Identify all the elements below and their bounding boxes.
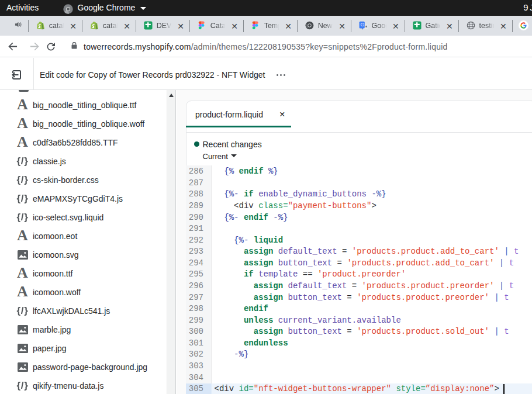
svg-text:G: G — [360, 22, 364, 27]
svg-text:✶: ✶ — [364, 25, 368, 29]
